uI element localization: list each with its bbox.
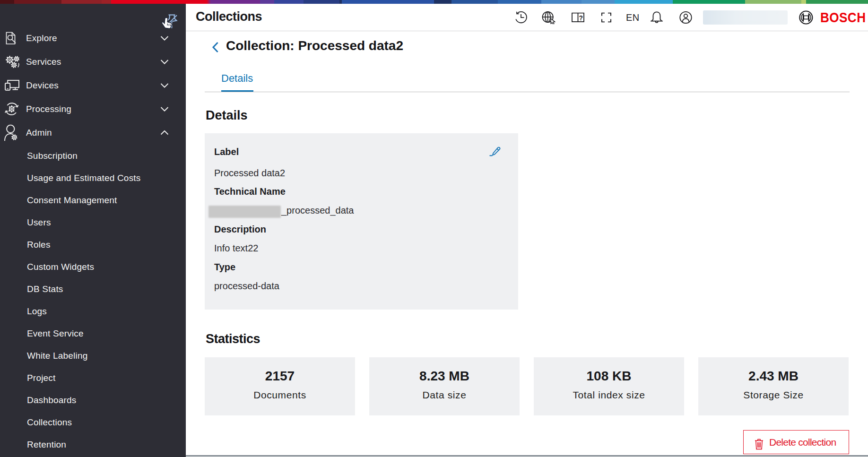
svg-text:?: ?	[579, 14, 583, 21]
